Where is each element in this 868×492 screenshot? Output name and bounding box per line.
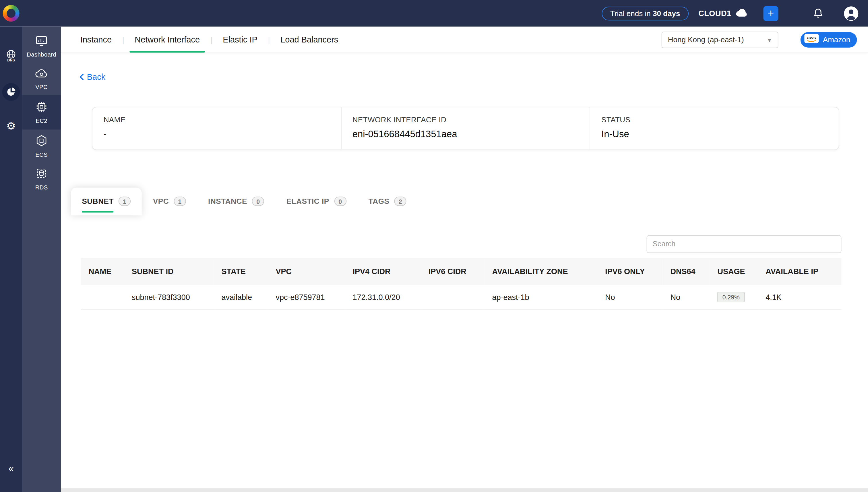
nav-separator: | — [268, 35, 270, 44]
tab-label: SUBNET — [82, 197, 114, 205]
region-value: Hong Kong (ap-east-1) — [668, 35, 744, 44]
icon-strip: DNS ⚙ « — [0, 27, 22, 492]
table-cell: vpc-e8759781 — [268, 285, 345, 310]
trial-text: Trial ends in — [610, 9, 653, 18]
summary-label: STATUS — [601, 115, 839, 124]
settings-gear-icon[interactable]: ⚙ — [6, 119, 16, 133]
monitoring-pie-chart-icon[interactable] — [2, 83, 20, 101]
svg-text:DNS: DNS — [7, 58, 15, 62]
tab-elastic-ip-detail[interactable]: ELASTIC IP 0 — [275, 188, 357, 215]
rds-database-icon — [35, 167, 47, 181]
table-row[interactable]: subnet-783f3300availablevpc-e8759781172.… — [81, 285, 842, 310]
app-root: Trial ends in 30 days CLOUD1 + DNS ⚙ — [0, 0, 868, 492]
col-header: IPV4 CIDR — [345, 258, 421, 285]
tab-instance-detail[interactable]: INSTANCE 0 — [197, 188, 276, 215]
trial-badge[interactable]: Trial ends in 30 days — [602, 6, 688, 20]
tab-label: TAGS — [369, 197, 390, 205]
col-header: IPV6 CIDR — [421, 258, 485, 285]
col-header: STATE — [214, 258, 268, 285]
topbar: Trial ends in 30 days CLOUD1 + — [0, 0, 868, 27]
summary-value: eni-051668445d1351aea — [352, 129, 590, 140]
content: Back NAME - NETWORK INTERFACE ID eni-051… — [61, 53, 868, 310]
ec2-chip-icon — [35, 101, 47, 115]
nav-separator: | — [210, 35, 213, 44]
user-avatar[interactable] — [844, 6, 859, 21]
brand-logo-icon[interactable] — [3, 5, 20, 22]
sidebar-item-ecs[interactable]: ECS — [22, 129, 61, 162]
tab-load-balancers[interactable]: Load Balancers — [270, 27, 349, 53]
sidebar-item-label: EC2 — [35, 117, 47, 124]
nav-separator: | — [122, 35, 124, 44]
count-badge: 1 — [174, 197, 186, 206]
region-selector[interactable]: Hong Kong (ap-east-1) ▼ — [662, 31, 779, 48]
table-cell: No — [597, 285, 663, 310]
collapse-sidebar-icon[interactable]: « — [8, 463, 14, 474]
tab-instance[interactable]: Instance — [70, 27, 122, 53]
bottom-strip — [61, 488, 868, 492]
tab-label: INSTANCE — [208, 197, 247, 205]
subnet-table: NAME SUBNET ID STATE VPC IPV4 CIDR IPV6 … — [81, 258, 842, 310]
sidebar-item-vpc[interactable]: VPC — [22, 63, 61, 95]
col-header: VPC — [268, 258, 345, 285]
tab-label: ELASTIC IP — [287, 197, 329, 205]
col-header: USAGE — [710, 258, 758, 285]
notifications-bell-icon[interactable] — [813, 8, 824, 19]
detail-tabs: SUBNET 1 VPC 1 INSTANCE 0 ELASTIC IP 0 T… — [71, 188, 868, 215]
svg-text:aws: aws — [808, 35, 816, 40]
table-cell: No — [663, 285, 710, 310]
sidebar-item-dashboard[interactable]: Dashboard — [22, 30, 61, 63]
tab-vpc[interactable]: VPC 1 — [142, 188, 197, 215]
provider-button[interactable]: aws Amazon — [801, 32, 857, 47]
summary-value: In-Use — [601, 129, 839, 140]
tab-label: VPC — [153, 197, 169, 205]
search-row — [61, 235, 841, 253]
tab-tags[interactable]: TAGS 2 — [357, 188, 418, 215]
col-header: SUBNET ID — [124, 258, 214, 285]
usage-badge: 0.29% — [717, 292, 745, 302]
col-header: NAME — [81, 258, 124, 285]
table-cell: 172.31.0.0/20 — [345, 285, 421, 310]
sidebar-item-label: RDS — [35, 183, 48, 190]
account-name: CLOUD1 — [698, 9, 731, 18]
vpc-cloud-icon — [35, 68, 48, 81]
service-sidebar: Dashboard VPC EC2 ECS RDS — [22, 27, 61, 492]
secondary-nav: Instance | Network Interface | Elastic I… — [61, 27, 868, 53]
dashboard-icon — [35, 35, 47, 48]
table-cell — [81, 285, 124, 310]
table-cell: 4.1K — [758, 285, 841, 310]
back-label: Back — [87, 72, 105, 81]
tab-elastic-ip[interactable]: Elastic IP — [213, 27, 268, 53]
aws-logo-icon: aws — [804, 34, 819, 45]
table-cell: available — [214, 285, 268, 310]
summary-status: STATUS In-Use — [590, 107, 839, 149]
dns-globe-icon[interactable]: DNS — [5, 49, 17, 63]
summary-value: - — [104, 129, 341, 139]
col-header: AVAILABLE IP — [758, 258, 841, 285]
summary-label: NETWORK INTERFACE ID — [352, 115, 590, 124]
table-cell: 0.29% — [710, 285, 758, 310]
cloud-icon — [736, 8, 748, 19]
count-badge: 0 — [334, 197, 346, 206]
chevron-left-icon — [79, 73, 83, 80]
summary-label: NAME — [104, 115, 341, 124]
summary-interface-id: NETWORK INTERFACE ID eni-051668445d1351a… — [341, 107, 590, 149]
col-header: DNS64 — [663, 258, 710, 285]
add-button[interactable]: + — [763, 6, 778, 21]
sidebar-item-label: ECS — [35, 151, 48, 157]
tab-subnet[interactable]: SUBNET 1 — [71, 188, 142, 215]
account-menu[interactable]: CLOUD1 — [698, 8, 748, 19]
col-header: IPV6 ONLY — [597, 258, 663, 285]
chevron-down-icon: ▼ — [766, 36, 772, 43]
search-input[interactable] — [647, 235, 842, 253]
table-body: subnet-783f3300availablevpc-e8759781172.… — [81, 285, 842, 310]
tab-network-interface[interactable]: Network Interface — [124, 27, 210, 53]
sidebar-item-rds[interactable]: RDS — [22, 162, 61, 195]
summary-card: NAME - NETWORK INTERFACE ID eni-05166844… — [92, 106, 839, 150]
count-badge: 0 — [252, 197, 264, 206]
topbar-right: Trial ends in 30 days CLOUD1 + — [602, 6, 868, 21]
sidebar-item-ec2[interactable]: EC2 — [22, 95, 61, 130]
back-link[interactable]: Back — [79, 72, 105, 81]
summary-name: NAME - — [93, 107, 341, 149]
sidebar-item-label: VPC — [35, 83, 48, 90]
main-area: Instance | Network Interface | Elastic I… — [61, 27, 868, 492]
